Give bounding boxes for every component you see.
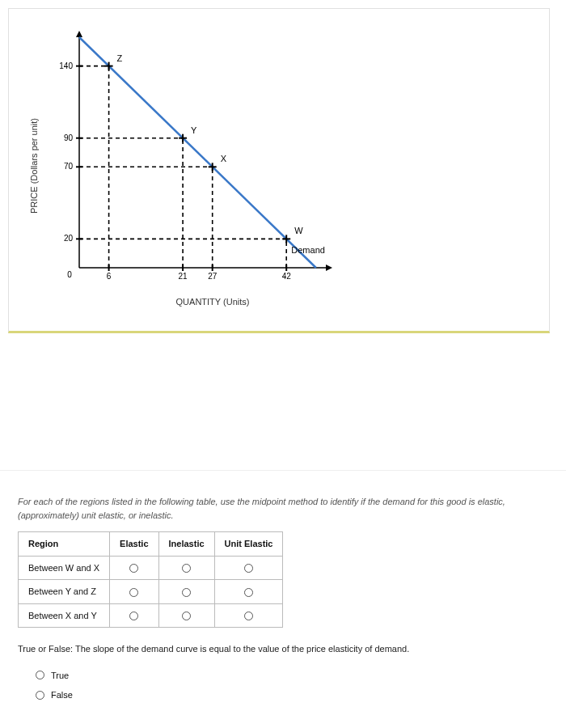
radio-false[interactable]: [36, 691, 44, 700]
radio-cell[interactable]: [214, 556, 283, 580]
radio-cell[interactable]: [110, 580, 158, 604]
tf-label-true: True: [51, 669, 69, 683]
svg-text:20: 20: [64, 234, 74, 243]
demand-chart: 02070901406212742ZYXWDemand: [43, 25, 382, 292]
svg-text:90: 90: [64, 133, 74, 142]
svg-text:0: 0: [67, 270, 72, 279]
svg-text:21: 21: [179, 272, 188, 281]
region-label: Between Y and Z: [19, 580, 110, 604]
chart-svg-holder: 02070901406212742ZYXWDemand QUANTITY (Un…: [43, 25, 382, 307]
svg-text:Demand: Demand: [291, 245, 325, 255]
section-gap: [0, 341, 566, 471]
region-label: Between W and X: [19, 556, 110, 580]
header-elastic: Elastic: [110, 532, 158, 557]
radio-cell[interactable]: [158, 556, 214, 580]
region-table: Region Elastic Inelastic Unit Elastic Be…: [18, 531, 283, 628]
radio-option[interactable]: [182, 564, 191, 573]
svg-marker-1: [76, 31, 82, 37]
question1-prompt: For each of the regions listed in the fo…: [18, 495, 548, 522]
radio-cell[interactable]: [110, 603, 158, 628]
chart-wrap: PRICE (Dollars per unit) 020709014062127…: [25, 25, 533, 307]
radio-true[interactable]: [36, 671, 44, 679]
tf-options: True False: [18, 656, 548, 705]
header-inelastic: Inelastic: [158, 532, 214, 557]
table-row: Between X and Y: [19, 603, 283, 628]
radio-option[interactable]: [129, 612, 138, 620]
svg-text:27: 27: [208, 272, 218, 281]
radio-cell[interactable]: [214, 580, 283, 604]
svg-line-12: [79, 37, 316, 268]
svg-text:Z: Z: [117, 53, 123, 63]
table-row: Between Y and Z: [19, 580, 283, 604]
svg-text:W: W: [294, 226, 303, 235]
svg-text:6: 6: [107, 272, 112, 281]
table-row: Between W and X: [19, 556, 283, 580]
radio-option[interactable]: [182, 588, 191, 597]
radio-option[interactable]: [244, 612, 253, 620]
svg-text:140: 140: [59, 61, 73, 70]
radio-cell[interactable]: [158, 580, 214, 604]
svg-text:42: 42: [282, 272, 292, 281]
radio-cell[interactable]: [214, 603, 283, 628]
tf-label-false: False: [51, 688, 73, 702]
header-unit-elastic: Unit Elastic: [214, 532, 283, 557]
svg-text:70: 70: [64, 162, 74, 171]
x-axis-label: QUANTITY (Units): [43, 297, 382, 307]
radio-cell[interactable]: [158, 603, 214, 628]
question-block: For each of the regions listed in the fo…: [0, 495, 566, 728]
ylabel-holder: PRICE (Dollars per unit): [25, 161, 43, 171]
radio-option[interactable]: [244, 564, 253, 573]
svg-marker-3: [326, 265, 332, 271]
y-axis-label: PRICE (Dollars per unit): [29, 118, 39, 214]
svg-text:X: X: [221, 154, 227, 163]
question2-prompt: True or False: The slope of the demand c…: [18, 642, 548, 656]
chart-card: PRICE (Dollars per unit) 020709014062127…: [8, 8, 550, 333]
header-region: Region: [19, 532, 110, 557]
radio-option[interactable]: [182, 612, 191, 620]
radio-option[interactable]: [129, 588, 138, 597]
tf-row-true[interactable]: True: [36, 666, 548, 686]
region-label: Between X and Y: [19, 603, 110, 628]
radio-cell[interactable]: [110, 556, 158, 580]
radio-option[interactable]: [129, 564, 138, 573]
svg-text:Y: Y: [191, 125, 197, 135]
tf-row-false[interactable]: False: [36, 685, 548, 705]
radio-option[interactable]: [244, 588, 253, 597]
